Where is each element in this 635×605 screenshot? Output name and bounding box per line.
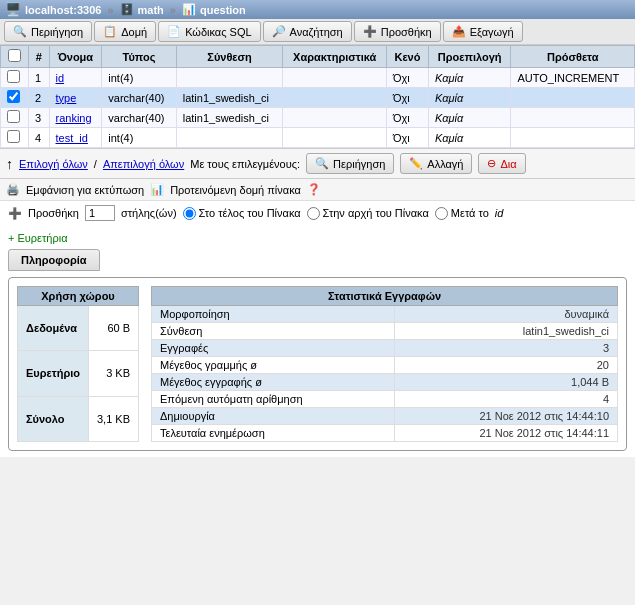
- row-name: ranking: [49, 108, 102, 128]
- toolbar: 🔍 Περιήγηση 📋 Δομή 📄 Κώδικας SQL 🔎 Αναζή…: [0, 19, 635, 45]
- field-name-link[interactable]: ranking: [56, 112, 92, 124]
- action-delete-button[interactable]: ⊖ Δια: [478, 153, 525, 174]
- propose-link[interactable]: Προτεινόμενη δομή πίνακα: [170, 184, 301, 196]
- stats-label: Μέγεθος εγγραφής ø: [152, 374, 395, 391]
- host-label: localhost:3306: [25, 4, 101, 16]
- row-null: Όχι: [386, 68, 428, 88]
- start-radio[interactable]: [307, 207, 320, 220]
- stats-header: Στατιστικά Εγγραφών: [152, 287, 618, 306]
- deselect-all-link[interactable]: Απεπιλογή όλων: [103, 158, 184, 170]
- row-name: test_id: [49, 128, 102, 148]
- browse-button[interactable]: 🔍 Περιήγηση: [4, 21, 92, 42]
- export-label: Εξαγωγή: [470, 26, 514, 38]
- row-default: Καμία: [428, 68, 510, 88]
- info-tab[interactable]: Πληροφορία: [8, 249, 100, 271]
- action-change-icon: ✏️: [409, 157, 423, 170]
- structure-button[interactable]: 📋 Δομή: [94, 21, 156, 42]
- space-row: Δεδομένα 60 B: [18, 306, 139, 351]
- row-collation: latin1_swedish_ci: [176, 108, 283, 128]
- row-checkbox[interactable]: [1, 108, 29, 128]
- space-row: Ευρετήριο 3 KB: [18, 351, 139, 396]
- field-name-link[interactable]: test_id: [56, 132, 88, 144]
- col-attributes: Χαρακτηριστικά: [283, 46, 387, 68]
- select-all-checkbox[interactable]: [8, 49, 21, 62]
- select-all-link[interactable]: Επιλογή όλων: [19, 158, 88, 170]
- action-browse-icon: 🔍: [315, 157, 329, 170]
- row-null: Όχι: [386, 88, 428, 108]
- row-name: id: [49, 68, 102, 88]
- stats-row: Μέγεθος γραμμής ø 20: [152, 357, 618, 374]
- stats-value: δυναμικά: [394, 306, 617, 323]
- row-collation: [176, 68, 283, 88]
- stats-label: Τελευταία ενημέρωση: [152, 425, 395, 442]
- search-label: Αναζήτηση: [290, 26, 343, 38]
- stats-table: Στατιστικά Εγγραφών Μορφοποίηση δυναμικά…: [151, 286, 618, 442]
- sql-label: Κώδικας SQL: [185, 26, 251, 38]
- stats-row: Επόμενη αυτόματη αρίθμηση 4: [152, 391, 618, 408]
- after-option-label[interactable]: Μετά το: [435, 207, 489, 220]
- search-icon: 🔎: [272, 25, 286, 38]
- structure-table: # Όνομα Τύπος Σύνθεση Χαρακτηριστικά Κεν…: [0, 45, 635, 148]
- row-checkbox[interactable]: [1, 88, 29, 108]
- action-change-button[interactable]: ✏️ Αλλαγή: [400, 153, 472, 174]
- eurethria-link[interactable]: + Ευρετήρια: [8, 232, 68, 244]
- space-table: Χρήση χώρου Δεδομένα 60 B Ευρετήριο 3 KB…: [17, 286, 139, 442]
- after-radio[interactable]: [435, 207, 448, 220]
- stats-label: Μορφοποίηση: [152, 306, 395, 323]
- space-label: Ευρετήριο: [18, 351, 89, 396]
- row-num: 2: [28, 88, 49, 108]
- up-arrow-icon: ↑: [6, 156, 13, 172]
- row-checkbox[interactable]: [1, 128, 29, 148]
- sep2: »: [170, 4, 176, 16]
- row-attributes: [283, 88, 387, 108]
- after-label: Μετά το: [451, 207, 489, 219]
- stats-label: Δημιουργία: [152, 408, 395, 425]
- field-name-link[interactable]: type: [56, 92, 77, 104]
- add-icon: ➕: [8, 207, 22, 220]
- insert-button[interactable]: ➕ Προσθήκη: [354, 21, 441, 42]
- row-attributes: [283, 68, 387, 88]
- print-link[interactable]: Εμφάνιση για εκτύπωση: [26, 184, 144, 196]
- action-separator: /: [94, 158, 97, 170]
- stats-row: Δημιουργία 21 Νοε 2012 στις 14:44:10: [152, 408, 618, 425]
- stats-label: Σύνθεση: [152, 323, 395, 340]
- action-browse-label: Περιήγηση: [333, 158, 385, 170]
- start-option-label[interactable]: Στην αρχή του Πίνακα: [307, 207, 429, 220]
- action-delete-icon: ⊖: [487, 157, 496, 170]
- row-checkbox[interactable]: [1, 68, 29, 88]
- main-content: # Όνομα Τύπος Σύνθεση Χαρακτηριστικά Κεν…: [0, 45, 635, 225]
- search-button[interactable]: 🔎 Αναζήτηση: [263, 21, 352, 42]
- end-option-label[interactable]: Στο τέλος του Πίνακα: [183, 207, 301, 220]
- stats-value: latin1_swedish_ci: [394, 323, 617, 340]
- end-radio[interactable]: [183, 207, 196, 220]
- structure-label: Δομή: [121, 26, 147, 38]
- end-label: Στο τέλος του Πίνακα: [199, 207, 301, 219]
- sql-icon: 📄: [167, 25, 181, 38]
- sql-button[interactable]: 📄 Κώδικας SQL: [158, 21, 260, 42]
- col-checkbox: [1, 46, 29, 68]
- col-extra: Πρόσθετα: [511, 46, 635, 68]
- row-attributes: [283, 128, 387, 148]
- table-row: 3 ranking varchar(40) latin1_swedish_ci …: [1, 108, 635, 128]
- row-num: 1: [28, 68, 49, 88]
- space-header: Χρήση χώρου: [18, 287, 139, 306]
- field-name-link[interactable]: id: [56, 72, 65, 84]
- column-count-input[interactable]: [85, 205, 115, 221]
- row-extra: AUTO_INCREMENT: [511, 68, 635, 88]
- table-row: 2 type varchar(40) latin1_swedish_ci Όχι…: [1, 88, 635, 108]
- row-name: type: [49, 88, 102, 108]
- action-delete-label: Δια: [500, 158, 516, 170]
- row-default: Καμία: [428, 128, 510, 148]
- row-num: 3: [28, 108, 49, 128]
- col-type: Τύπος: [102, 46, 176, 68]
- stats-value: 21 Νοε 2012 στις 14:44:11: [394, 425, 617, 442]
- row-default: Καμία: [428, 88, 510, 108]
- add-column-row: ➕ Προσθήκη στήλης(ών) Στο τέλος του Πίνα…: [0, 200, 635, 225]
- info-box: Χρήση χώρου Δεδομένα 60 B Ευρετήριο 3 KB…: [8, 277, 627, 451]
- start-label: Στην αρχή του Πίνακα: [323, 207, 429, 219]
- stats-row: Σύνθεση latin1_swedish_ci: [152, 323, 618, 340]
- row-null: Όχι: [386, 108, 428, 128]
- action-browse-button[interactable]: 🔍 Περιήγηση: [306, 153, 394, 174]
- export-button[interactable]: 📤 Εξαγωγή: [443, 21, 523, 42]
- stats-value: 20: [394, 357, 617, 374]
